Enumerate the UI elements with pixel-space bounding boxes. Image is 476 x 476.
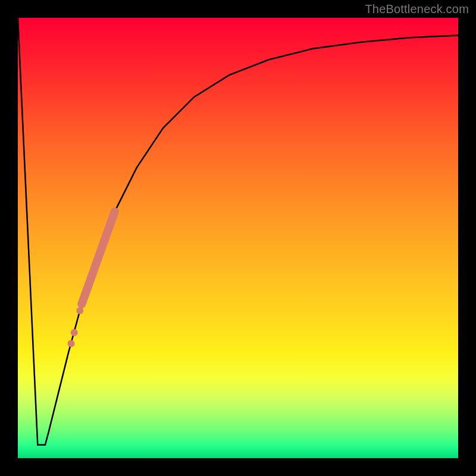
highlight-dot bbox=[76, 307, 83, 314]
main-curve bbox=[18, 18, 458, 445]
watermark-text: TheBottleneck.com bbox=[365, 2, 469, 16]
highlight-dot bbox=[68, 340, 75, 347]
plot-area bbox=[18, 18, 458, 458]
highlight-dot bbox=[71, 329, 78, 336]
chart-frame: TheBottleneck.com bbox=[0, 0, 476, 476]
chart-svg bbox=[18, 18, 458, 458]
highlight-segment bbox=[82, 212, 115, 304]
highlight-dot bbox=[78, 300, 85, 308]
